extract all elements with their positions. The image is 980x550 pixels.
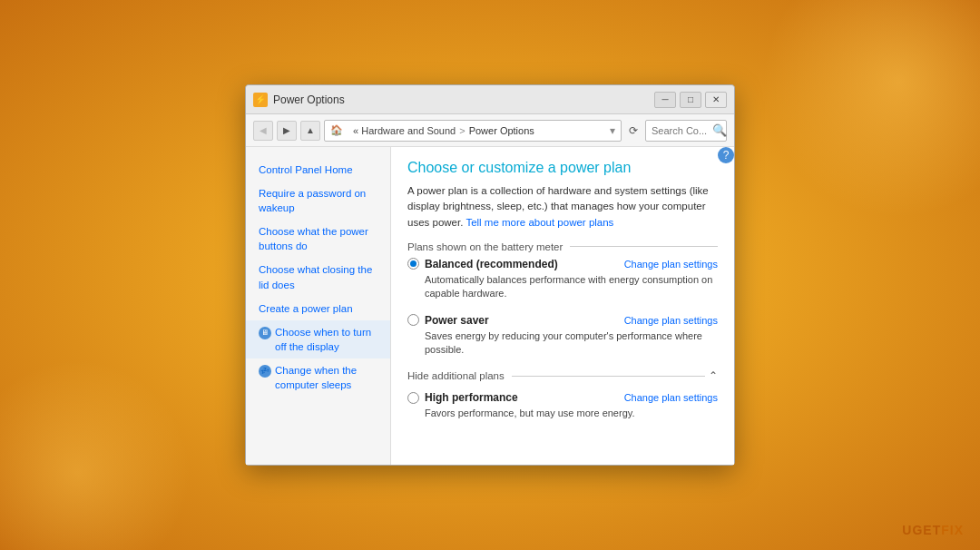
watermark-fix: FIX bbox=[941, 523, 964, 537]
breadcrumb-sep2: > bbox=[459, 125, 465, 136]
window-title: Power Options bbox=[273, 93, 654, 106]
power-saver-radio[interactable] bbox=[407, 314, 419, 326]
breadcrumb-sep1 bbox=[347, 125, 349, 136]
content-pane: Choose or customize a power plan A power… bbox=[391, 147, 734, 465]
tell-me-more-link[interactable]: Tell me more about power plans bbox=[466, 217, 613, 228]
window-icon: ⚡ bbox=[253, 93, 268, 107]
search-input[interactable] bbox=[645, 120, 727, 142]
sidebar-item-power-buttons[interactable]: Choose what the power buttons do bbox=[246, 220, 390, 258]
main-area: Control Panel Home Require a password on… bbox=[246, 147, 734, 465]
balanced-plan-desc: Automatically balances performance with … bbox=[425, 273, 718, 301]
minimize-button[interactable]: ─ bbox=[654, 92, 676, 108]
high-performance-plan-desc: Favors performance, but may use more ene… bbox=[425, 407, 718, 420]
breadcrumb-hardware[interactable]: « Hardware and Sound bbox=[353, 125, 456, 136]
help-icon[interactable]: ? bbox=[718, 147, 734, 163]
power-saver-plan-label[interactable]: Power saver bbox=[407, 314, 489, 327]
hide-plans-row: Hide additional plans ⌃ bbox=[407, 369, 718, 382]
sidebar-item-password[interactable]: Require a password on wakeup bbox=[246, 182, 390, 220]
balanced-radio[interactable] bbox=[407, 258, 419, 270]
breadcrumb-root: 🏠 bbox=[330, 124, 343, 136]
high-performance-plan-label[interactable]: High performance bbox=[407, 391, 518, 404]
section-divider bbox=[570, 246, 718, 247]
back-button[interactable]: ◀ bbox=[253, 121, 273, 141]
sidebar-item-create-plan[interactable]: Create a power plan bbox=[246, 297, 390, 320]
high-performance-plan-row: High performance Change plan settings bbox=[407, 391, 718, 404]
title-bar: ⚡ Power Options ─ □ ✕ bbox=[246, 85, 734, 114]
hide-plans-label[interactable]: Hide additional plans bbox=[407, 370, 505, 381]
high-performance-settings-link[interactable]: Change plan settings bbox=[624, 392, 718, 403]
sidebar-item-display[interactable]: 🖥 Choose when to turn off the display bbox=[246, 320, 390, 358]
window-controls: ─ □ ✕ bbox=[654, 92, 727, 108]
address-bar: ◀ ▶ ▲ 🏠 « Hardware and Sound > Power Opt… bbox=[246, 114, 734, 147]
sleep-icon: 💤 bbox=[259, 365, 271, 378]
high-performance-plan: High performance Change plan settings Fa… bbox=[407, 391, 718, 420]
sidebar-item-home[interactable]: Control Panel Home bbox=[246, 158, 390, 182]
page-title: Choose or customize a power plan bbox=[407, 160, 718, 176]
sidebar-item-sleep[interactable]: 💤 Change when the computer sleeps bbox=[246, 358, 390, 397]
balanced-plan-row: Balanced (recommended) Change plan setti… bbox=[407, 258, 718, 270]
balanced-settings-link[interactable]: Change plan settings bbox=[624, 259, 718, 270]
watermark-uget: UGET bbox=[902, 523, 941, 537]
high-performance-radio[interactable] bbox=[407, 392, 419, 404]
watermark: UGETFIX bbox=[902, 523, 964, 537]
display-icon: 🖥 bbox=[259, 327, 271, 339]
breadcrumb[interactable]: 🏠 « Hardware and Sound > Power Options ▾ bbox=[324, 120, 622, 142]
close-button[interactable]: ✕ bbox=[705, 92, 727, 108]
power-saver-plan: Power saver Change plan settings Saves e… bbox=[407, 314, 718, 358]
maximize-button[interactable]: □ bbox=[680, 92, 701, 108]
power-saver-plan-row: Power saver Change plan settings bbox=[407, 314, 718, 327]
page-description: A power plan is a collection of hardware… bbox=[407, 183, 718, 231]
balanced-plan: Balanced (recommended) Change plan setti… bbox=[407, 258, 718, 301]
power-saver-settings-link[interactable]: Change plan settings bbox=[624, 315, 718, 326]
power-saver-plan-desc: Saves energy by reducing your computer's… bbox=[425, 329, 718, 358]
hide-plans-divider bbox=[512, 376, 705, 377]
balanced-plan-label[interactable]: Balanced (recommended) bbox=[407, 258, 558, 270]
power-options-window: ⚡ Power Options ─ □ ✕ ◀ ▶ ▲ 🏠 « Hardware… bbox=[245, 84, 735, 466]
up-button[interactable]: ▲ bbox=[300, 121, 320, 141]
sidebar: Control Panel Home Require a password on… bbox=[246, 147, 391, 465]
sidebar-item-lid[interactable]: Choose what closing the lid does bbox=[246, 258, 390, 296]
breadcrumb-current: Power Options bbox=[469, 125, 534, 136]
battery-section-label: Plans shown on the battery meter bbox=[407, 241, 718, 252]
refresh-button[interactable]: ⟳ bbox=[625, 124, 642, 137]
hide-plans-arrow-icon[interactable]: ⌃ bbox=[709, 369, 718, 382]
forward-button[interactable]: ▶ bbox=[277, 121, 297, 141]
